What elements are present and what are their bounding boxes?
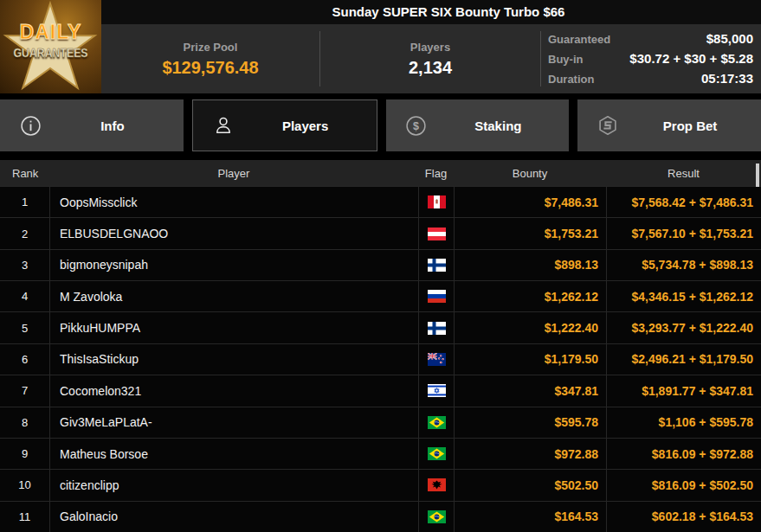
tab-bar: InfoPlayers$StakingProp Bet — [0, 99, 761, 151]
tab-label: Info — [42, 119, 184, 133]
players-icon — [212, 114, 235, 137]
result-cell: $3,293.77 + $1,222.40 — [606, 312, 761, 343]
player-name-cell: M Zavoloka — [49, 281, 418, 311]
tab-prop-bet[interactable]: Prop Bet — [577, 99, 761, 151]
tab-info[interactable]: Info — [0, 99, 184, 151]
table-row[interactable]: 5PikkuHUMPPA$1,222.40$3,293.77 + $1,222.… — [0, 311, 761, 343]
table-row[interactable]: 9Matheus Borsoe$972.88$816.09 + $972.88 — [0, 438, 761, 469]
guaranteed-label: Guaranteed — [548, 31, 610, 48]
player-name-cell: citizenclipp — [49, 470, 418, 500]
tournament-details-block: Guaranteed $85,000 Buy-in $30.72 + $30 +… — [548, 24, 753, 93]
table-row[interactable]: 2ELBUSDELGNAOO$1,753.21$7,567.10 + $1,75… — [0, 217, 761, 248]
tab-players[interactable]: Players — [192, 99, 377, 151]
result-cell: $1,106 + $595.78 — [606, 407, 761, 438]
flag-icon-russia — [428, 290, 446, 303]
table-row[interactable]: 11GaloInacio$164.53$602.18 + $164.53 — [0, 501, 761, 532]
rank-cell: 9 — [0, 439, 49, 469]
bounty-cell: $7,486.31 — [454, 187, 606, 217]
table-row[interactable]: 6ThisIsaStickup$1,179.50$2,496.21 + $1,1… — [0, 343, 761, 375]
flag-icon-albania — [428, 478, 446, 491]
result-cell: $1,891.77 + $347.81 — [606, 375, 761, 406]
flag-cell — [418, 502, 454, 532]
result-cell: $7,567.10 + $1,753.21 — [606, 218, 761, 248]
table-row[interactable]: 1OopsMissclick$7,486.31$7,568.42 + $7,48… — [0, 186, 761, 217]
bounty-cell: $347.81 — [454, 375, 606, 406]
logo-text-daily: DAILY — [0, 21, 101, 44]
rank-cell: 7 — [0, 375, 49, 406]
column-header-result: Result — [606, 167, 761, 180]
stats-bar: Prize Pool $129,576.48 Players 2,134 Gua… — [101, 24, 761, 93]
tab-label: Players — [235, 119, 377, 133]
flag-cell — [418, 439, 454, 469]
bounty-cell: $1,179.50 — [454, 344, 606, 375]
info-icon — [19, 114, 42, 137]
rank-cell: 11 — [0, 502, 49, 532]
guaranteed-row: Guaranteed $85,000 — [548, 30, 753, 48]
rank-cell: 2 — [0, 218, 49, 248]
flag-cell — [418, 344, 454, 375]
players-count-block: Players 2,134 — [320, 24, 540, 93]
flag-icon-finland — [428, 259, 446, 272]
flag-cell — [418, 407, 454, 438]
title-bar: Sunday SUPER SIX Bounty Turbo $66 — [0, 0, 761, 24]
duration-row: Duration 05:17:33 — [548, 70, 753, 87]
buyin-row: Buy-in $30.72 + $30 + $5.28 — [548, 50, 753, 67]
flag-icon-brazil — [428, 447, 446, 460]
bounty-cell: $1,753.21 — [454, 218, 606, 248]
column-header-player: Player — [49, 167, 418, 180]
tab-staking[interactable]: $Staking — [386, 99, 570, 151]
table-row[interactable]: 7Cocomelon321$347.81$1,891.77 + $347.81 — [0, 375, 761, 406]
table-row[interactable]: 4M Zavoloka$1,262.12$4,346.15 + $1,262.1… — [0, 280, 761, 311]
player-name-cell: Giv3MeLaPLatA- — [49, 407, 418, 438]
flag-icon-peru — [428, 195, 446, 208]
prize-pool-block: Prize Pool $129,576.48 — [101, 24, 319, 93]
flag-icon-austria — [428, 228, 446, 240]
player-name-cell: ELBUSDELGNAOO — [49, 218, 418, 248]
player-name-cell: GaloInacio — [49, 502, 418, 532]
player-name-cell: bigmoneysnipah — [49, 250, 418, 280]
flag-icon-new-zealand — [428, 353, 446, 366]
result-cell: $816.09 + $972.88 — [606, 439, 761, 469]
bounty-cell: $1,222.40 — [454, 312, 606, 343]
player-name-cell: OopsMissclick — [49, 187, 418, 217]
table-row[interactable]: 3bigmoneysnipah$898.13$5,734.78 + $898.1… — [0, 249, 761, 280]
tab-label: Staking — [428, 119, 570, 133]
flag-icon-israel — [428, 384, 446, 397]
duration-label: Duration — [548, 71, 594, 87]
players-value: 2,134 — [409, 58, 452, 78]
guaranteed-value: $85,000 — [706, 30, 753, 47]
rank-cell: 5 — [0, 312, 49, 343]
flag-cell — [418, 312, 454, 343]
rank-cell: 6 — [0, 344, 49, 375]
bounty-cell: $595.78 — [454, 407, 606, 438]
bounty-cell: $1,262.12 — [454, 281, 606, 311]
result-cell: $602.18 + $164.53 — [606, 502, 761, 532]
logo-text-guarantees: GUARANTEES — [10, 45, 93, 60]
tab-label: Prop Bet — [619, 119, 761, 133]
scrollbar-thumb[interactable] — [756, 163, 759, 187]
daily-guarantees-logo: DAILY GUARANTEES — [0, 0, 101, 93]
prize-pool-label: Prize Pool — [184, 41, 238, 54]
flag-icon-finland — [428, 322, 446, 335]
column-header-flag: Flag — [418, 167, 454, 180]
prop-bet-icon — [597, 114, 619, 137]
player-name-cell: Matheus Borsoe — [49, 439, 418, 469]
buyin-value: $30.72 + $30 + $5.28 — [629, 50, 753, 67]
flag-cell — [418, 375, 454, 406]
flag-cell — [418, 281, 454, 311]
bounty-cell: $972.88 — [454, 439, 606, 469]
result-cell: $7,568.42 + $7,486.31 — [606, 187, 761, 217]
player-name-cell: ThisIsaStickup — [49, 344, 418, 375]
prize-pool-value: $129,576.48 — [162, 58, 258, 78]
result-cell: $5,734.78 + $898.13 — [606, 250, 761, 280]
bounty-cell: $164.53 — [454, 502, 606, 532]
table-row[interactable]: 10citizenclipp$502.50$816.09 + $502.50 — [0, 469, 761, 500]
flag-cell — [418, 218, 454, 248]
result-cell: $816.09 + $502.50 — [606, 470, 761, 500]
duration-value: 05:17:33 — [701, 70, 753, 87]
bounty-cell: $898.13 — [454, 250, 606, 280]
table-row[interactable]: 8Giv3MeLaPLatA-$595.78$1,106 + $595.78 — [0, 407, 761, 438]
rank-cell: 4 — [0, 281, 49, 311]
flag-icon-brazil — [428, 416, 446, 429]
column-header-bounty: Bounty — [454, 167, 606, 180]
